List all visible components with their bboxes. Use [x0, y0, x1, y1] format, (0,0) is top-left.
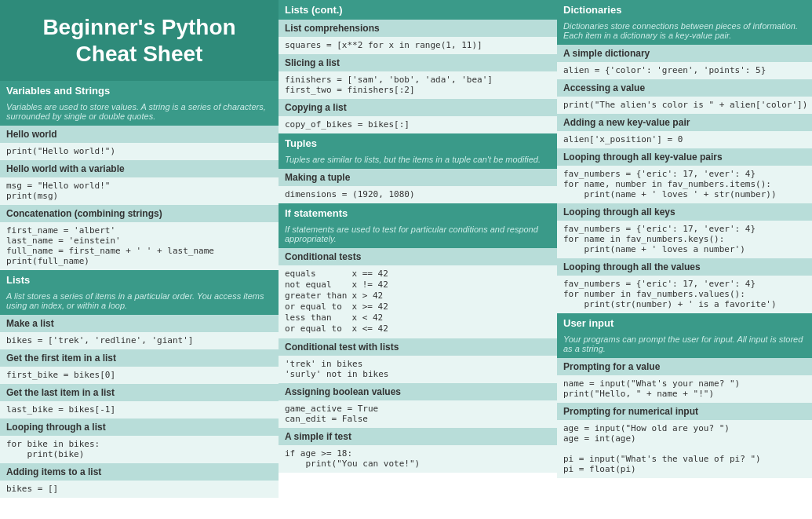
- column-1: Beginner's PythonCheat Sheet Variables a…: [0, 0, 279, 498]
- copying-code: copy_of_bikes = bikes[:]: [279, 116, 557, 133]
- hello-world-header: Hello world: [0, 126, 279, 143]
- cond-code: x <= 42: [351, 323, 392, 334]
- title-box: Beginner's PythonCheat Sheet: [0, 0, 279, 81]
- cond-label: equals: [285, 269, 351, 280]
- dict-desc: Dictionaries store connections between p…: [557, 20, 812, 45]
- variables-desc: Variables are used to store values. A st…: [0, 101, 279, 126]
- lists-cont-section: Lists (cont.) List comprehensions square…: [279, 0, 557, 133]
- simple-dict-header: A simple dictionary: [557, 45, 812, 62]
- cond-code: x != 42: [351, 280, 392, 291]
- list-comp-header: List comprehensions: [279, 20, 557, 37]
- loop-keys-code: fav_numbers = {'eric': 17, 'ever': 4} fo…: [557, 221, 812, 258]
- copying-header: Copying a list: [279, 99, 557, 116]
- cond-code: x > 42: [351, 291, 392, 302]
- if-desc: If statements are used to test for parti…: [279, 223, 557, 248]
- column-2: Lists (cont.) List comprehensions square…: [279, 0, 557, 498]
- slicing-code: finishers = ['sam', 'bob', 'ada', 'bea']…: [279, 71, 557, 99]
- table-row: less thanx < 42: [285, 312, 393, 323]
- cond-label: not equal: [285, 280, 351, 291]
- prompt-val-code: name = input("What's your name? ") print…: [557, 375, 812, 403]
- loop-keys-header: Looping through all keys: [557, 203, 812, 221]
- lists-section: Lists A list stores a series of items in…: [0, 270, 279, 498]
- conditional-tests-header: Conditional tests: [279, 248, 557, 265]
- cond-label: or equal to: [285, 323, 351, 334]
- userinput-header: User input: [557, 313, 812, 333]
- add-items-code: bikes = []: [0, 481, 279, 498]
- list-comp-code: squares = [x**2 for x in range(1, 11)]: [279, 37, 557, 54]
- prompt-num-header: Prompting for numerical input: [557, 403, 812, 420]
- cond-code: x == 42: [351, 269, 392, 280]
- variables-section: Variables and Strings Variables are used…: [0, 81, 279, 270]
- page: Beginner's PythonCheat Sheet Variables a…: [0, 0, 812, 498]
- making-tuple-header: Making a tuple: [279, 169, 557, 186]
- cond-list-header: Conditional test with lists: [279, 338, 557, 356]
- dict-header: Dictionaries: [557, 0, 812, 20]
- add-items-header: Adding items to a list: [0, 463, 279, 481]
- table-row: equalsx == 42: [285, 269, 393, 280]
- table-row: or equal tox >= 42: [285, 302, 393, 312]
- first-item-header: Get the first item in a list: [0, 349, 279, 367]
- making-tuple-code: dimensions = (1920, 1080): [279, 186, 557, 203]
- simple-if-header: A simple if test: [279, 428, 557, 445]
- first-item-code: first_bike = bikes[0]: [0, 367, 279, 384]
- access-val-header: Accessing a value: [557, 79, 812, 97]
- access-val-code: print("The alien's color is " + alien['c…: [557, 97, 812, 114]
- hello-world-code: print("Hello world!"): [0, 143, 279, 160]
- if-header: If statements: [279, 203, 557, 223]
- tuples-desc: Tuples are similar to lists, but the ite…: [279, 153, 557, 169]
- prompt-num-code: age = input("How old are you? ") age = i…: [557, 420, 812, 478]
- slicing-header: Slicing a list: [279, 54, 557, 71]
- lists-header: Lists: [0, 270, 279, 290]
- userinput-desc: Your programs can prompt the user for in…: [557, 333, 812, 358]
- bool-header: Assigning boolean values: [279, 383, 557, 400]
- page-title: Beginner's PythonCheat Sheet: [8, 14, 271, 67]
- bool-code: game_active = True can_edit = False: [279, 400, 557, 428]
- table-row: not equalx != 42: [285, 280, 393, 291]
- lists-desc: A list stores a series of items in a par…: [0, 290, 279, 315]
- loop-vals-header: Looping through all the values: [557, 258, 812, 276]
- make-list-header: Make a list: [0, 315, 279, 332]
- simple-if-code: if age >= 18: print("You can vote!"): [279, 445, 557, 473]
- userinput-section: User input Your programs can prompt the …: [557, 313, 812, 478]
- prompt-val-header: Prompting for a value: [557, 358, 812, 375]
- concat-code: first_name = 'albert' last_name = 'einst…: [0, 222, 279, 270]
- cond-code: x >= 42: [351, 302, 392, 312]
- hello-world-var-header: Hello world with a variable: [0, 160, 279, 177]
- loop-kv-code: fav_numbers = {'eric': 17, 'ever': 4} fo…: [557, 166, 812, 203]
- conditional-tests-table: equalsx == 42not equalx != 42greater tha…: [279, 265, 557, 338]
- table-row: greater thanx > 42: [285, 291, 393, 302]
- variables-header: Variables and Strings: [0, 81, 279, 101]
- cond-label: or equal to: [285, 302, 351, 312]
- loop-kv-header: Looping through all key-value pairs: [557, 148, 812, 166]
- cond-table: equalsx == 42not equalx != 42greater tha…: [285, 269, 393, 334]
- hello-world-var-code: msg = "Hello world!" print(msg): [0, 177, 279, 205]
- add-kv-code: alien['x_position'] = 0: [557, 131, 812, 148]
- loop-list-code: for bike in bikes: print(bike): [0, 436, 279, 463]
- cond-label: less than: [285, 312, 351, 323]
- tuples-section: Tuples Tuples are similar to lists, but …: [279, 133, 557, 203]
- dict-section: Dictionaries Dictionaries store connecti…: [557, 0, 812, 313]
- column-3: Dictionaries Dictionaries store connecti…: [557, 0, 812, 498]
- lists-cont-header: Lists (cont.): [279, 0, 557, 20]
- last-item-header: Get the last item in a list: [0, 384, 279, 401]
- make-list-code: bikes = ['trek', 'redline', 'giant']: [0, 332, 279, 349]
- cond-code: x < 42: [351, 312, 392, 323]
- last-item-code: last_bike = bikes[-1]: [0, 401, 279, 418]
- add-kv-header: Adding a new key-value pair: [557, 114, 812, 131]
- concat-header: Concatenation (combining strings): [0, 205, 279, 222]
- loop-vals-code: fav_numbers = {'eric': 17, 'ever': 4} fo…: [557, 276, 812, 313]
- loop-list-header: Looping through a list: [0, 418, 279, 436]
- cond-list-code: 'trek' in bikes 'surly' not in bikes: [279, 356, 557, 383]
- simple-dict-code: alien = {'color': 'green', 'points': 5}: [557, 62, 812, 79]
- if-section: If statements If statements are used to …: [279, 203, 557, 473]
- tuples-header: Tuples: [279, 133, 557, 153]
- cond-label: greater than: [285, 291, 351, 302]
- table-row: or equal tox <= 42: [285, 323, 393, 334]
